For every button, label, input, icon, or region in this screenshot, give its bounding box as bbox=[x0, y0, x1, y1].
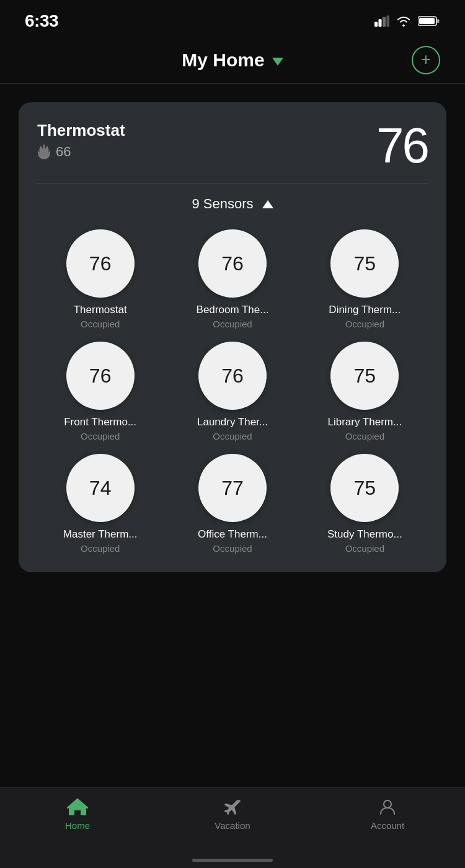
main-content: Thermostat 66 76 9 Sensors 76ThermostatO… bbox=[0, 84, 465, 591]
sensor-circle: 75 bbox=[330, 342, 399, 410]
sensor-item[interactable]: 77Office Therm...Occupied bbox=[169, 454, 295, 554]
thermostat-card[interactable]: Thermostat 66 76 9 Sensors 76ThermostatO… bbox=[19, 102, 446, 572]
sensor-circle: 77 bbox=[198, 454, 267, 522]
sensor-temp-value: 75 bbox=[354, 477, 376, 500]
sensor-name: Master Therm... bbox=[63, 528, 138, 541]
nav-item-account[interactable]: Account bbox=[310, 798, 465, 831]
sensor-name: Laundry Ther... bbox=[197, 416, 268, 428]
sensor-circle: 75 bbox=[330, 454, 399, 522]
sensor-name: Front Thermo... bbox=[64, 416, 136, 428]
sensor-temp-value: 76 bbox=[89, 365, 112, 388]
sensor-circle: 76 bbox=[198, 342, 267, 410]
sensor-status: Occupied bbox=[81, 431, 120, 441]
home-nav-icon bbox=[67, 798, 88, 817]
heat-temp-value: 66 bbox=[56, 144, 71, 160]
wifi-icon bbox=[396, 16, 412, 27]
account-nav-label: Account bbox=[371, 820, 404, 831]
home-nav-label: Home bbox=[65, 820, 90, 831]
sensor-item[interactable]: 75Dining Therm...Occupied bbox=[302, 229, 428, 329]
vacation-nav-label: Vacation bbox=[215, 820, 250, 831]
chevron-up-icon bbox=[262, 200, 273, 208]
chevron-down-icon bbox=[272, 58, 283, 66]
current-temp: 76 bbox=[376, 121, 428, 170]
home-selector[interactable]: My Home bbox=[182, 50, 283, 71]
sensor-status: Occupied bbox=[213, 431, 252, 441]
sensor-item[interactable]: 76Bedroom The...Occupied bbox=[169, 229, 295, 329]
svg-rect-2 bbox=[383, 17, 386, 27]
sensor-name: Dining Therm... bbox=[329, 304, 401, 316]
sensor-temp-value: 74 bbox=[89, 477, 112, 500]
svg-rect-0 bbox=[374, 22, 378, 27]
sensors-grid: 76ThermostatOccupied76Bedroom The...Occu… bbox=[37, 229, 428, 554]
sensor-item[interactable]: 76Front Thermo...Occupied bbox=[37, 342, 163, 441]
sensor-status: Occupied bbox=[345, 543, 384, 554]
sensor-temp-value: 76 bbox=[221, 365, 244, 388]
home-indicator bbox=[192, 859, 273, 862]
sensor-name: Study Thermo... bbox=[327, 528, 402, 541]
sensor-circle: 75 bbox=[330, 229, 399, 298]
status-bar: 6:33 bbox=[0, 0, 465, 37]
add-button[interactable]: + bbox=[412, 46, 440, 74]
thermostat-title: Thermostat bbox=[37, 121, 125, 140]
signal-icon bbox=[374, 16, 389, 27]
sensor-name: Library Therm... bbox=[327, 416, 402, 428]
sensors-count: 9 Sensors bbox=[192, 196, 253, 212]
account-nav-icon bbox=[378, 798, 397, 817]
svg-point-7 bbox=[384, 800, 391, 808]
thermostat-header: Thermostat 66 76 bbox=[37, 121, 428, 170]
sensor-temp-value: 75 bbox=[354, 365, 376, 388]
sensor-item[interactable]: 76ThermostatOccupied bbox=[37, 229, 163, 329]
sensor-temp-value: 76 bbox=[221, 252, 244, 275]
flame-icon bbox=[37, 144, 51, 160]
sensor-circle: 74 bbox=[66, 454, 135, 522]
nav-item-vacation[interactable]: Vacation bbox=[155, 798, 310, 831]
sensor-name: Bedroom The... bbox=[197, 304, 269, 316]
thermostat-info: Thermostat 66 bbox=[37, 121, 125, 160]
bottom-nav: Home Vacation Account bbox=[0, 787, 465, 868]
sensor-circle: 76 bbox=[198, 229, 267, 298]
add-icon: + bbox=[421, 51, 431, 68]
sensor-temp-value: 75 bbox=[354, 252, 376, 275]
sensor-status: Occupied bbox=[345, 431, 384, 441]
sensor-status: Occupied bbox=[345, 319, 384, 329]
sensor-temp-value: 77 bbox=[221, 477, 244, 500]
sensor-status: Occupied bbox=[213, 543, 252, 554]
sensor-item[interactable]: 75Study Thermo...Occupied bbox=[302, 454, 428, 554]
status-time: 6:33 bbox=[25, 11, 58, 31]
heat-setpoint: 66 bbox=[37, 144, 125, 160]
plane-nav-icon bbox=[223, 798, 242, 817]
sensor-item[interactable]: 75Library Therm...Occupied bbox=[302, 342, 428, 441]
sensor-circle: 76 bbox=[66, 342, 135, 410]
header: My Home + bbox=[0, 37, 465, 84]
home-title: My Home bbox=[182, 50, 264, 71]
svg-rect-1 bbox=[379, 19, 382, 27]
sensor-name: Thermostat bbox=[74, 304, 127, 316]
sensor-status: Occupied bbox=[81, 319, 120, 329]
sensor-circle: 76 bbox=[66, 229, 135, 298]
sensor-status: Occupied bbox=[213, 319, 252, 329]
divider bbox=[37, 183, 428, 184]
status-icons bbox=[374, 16, 440, 27]
svg-rect-6 bbox=[437, 19, 440, 23]
battery-icon bbox=[418, 16, 440, 27]
svg-rect-3 bbox=[387, 16, 390, 27]
sensors-header[interactable]: 9 Sensors bbox=[37, 196, 428, 212]
sensor-item[interactable]: 76Laundry Ther...Occupied bbox=[169, 342, 295, 441]
sensor-item[interactable]: 74Master Therm...Occupied bbox=[37, 454, 163, 554]
svg-rect-5 bbox=[419, 18, 435, 24]
sensor-temp-value: 76 bbox=[89, 252, 112, 275]
sensor-name: Office Therm... bbox=[198, 528, 267, 541]
nav-item-home[interactable]: Home bbox=[0, 798, 155, 831]
sensor-status: Occupied bbox=[81, 543, 120, 554]
